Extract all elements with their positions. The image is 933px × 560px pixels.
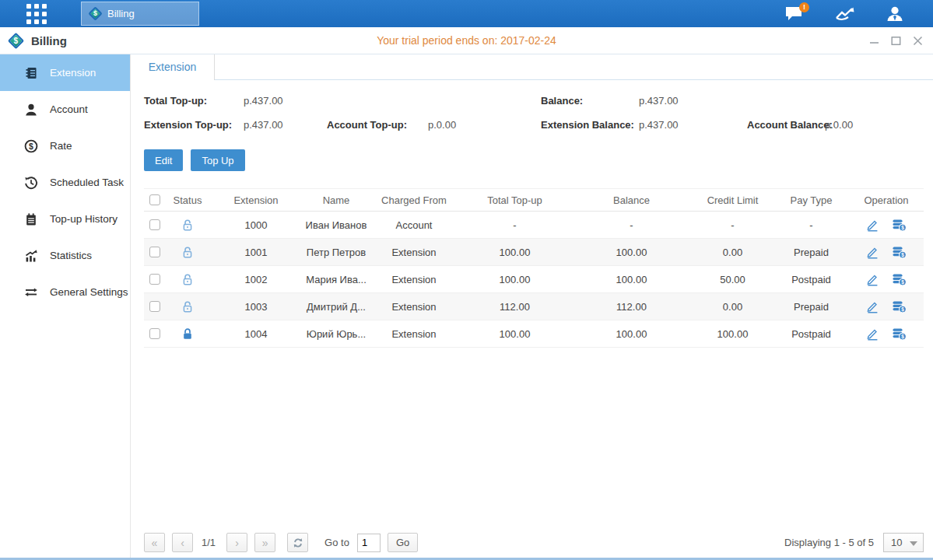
column-header: Total Top-up [458,194,571,206]
svg-text:$: $ [901,334,904,340]
operation-cell: $ [849,327,924,341]
edit-icon [866,219,879,232]
user-account-icon[interactable] [886,6,903,22]
column-header: Extension [209,194,303,206]
sidebar-item-label: Rate [50,140,72,152]
sidebar-item-account[interactable]: Account [0,91,130,128]
minimize-icon[interactable] [868,34,880,47]
total-topup-label: Total Top-up: [144,95,244,107]
status-cell [166,327,209,341]
edit-row-button[interactable] [866,273,879,286]
tab-extension[interactable]: Extension [131,54,215,80]
top-up-row-button[interactable]: $ [892,327,907,341]
balance-cell: 100.00 [571,274,692,285]
refresh-button[interactable] [287,533,308,552]
sidebar-item-extension[interactable]: Extension [0,54,130,91]
charged-from-cell: Account [370,219,458,231]
name-cell: Мария Ива... [303,274,370,285]
goto-page-input[interactable] [357,534,381,552]
prev-page-button[interactable]: ‹ [172,533,193,552]
pay-type-cell: Postpaid [773,274,849,285]
messages-icon[interactable]: ! [785,6,804,22]
row-checkbox-cell [144,247,166,257]
edit-icon [866,273,879,286]
edit-row-button[interactable] [866,219,879,232]
chevron-down-icon [910,541,917,546]
extension-topup-value: p.437.00 [244,119,327,131]
svg-text:$: $ [29,141,33,150]
operation-cell: $ [849,246,924,259]
sidebar-item-general-settings[interactable]: General Settings [0,274,130,310]
table-row[interactable]: 1000Иван ИвановAccount----$ [144,212,924,239]
top-up-row-button[interactable]: $ [892,273,907,286]
edit-icon [866,300,879,313]
status-unlocked-icon [181,300,194,313]
top-up-row-button[interactable]: $ [892,219,907,232]
bar-chart-icon [24,249,38,263]
sidebar-item-label: Extension [50,67,96,79]
trial-notice: Your trial period ends on: 2017-02-24 [377,34,556,47]
table-row[interactable]: 1001Петр ПетровExtension100.00100.000.00… [144,239,924,266]
edit-row-button[interactable] [866,246,879,259]
operation-cell: $ [849,219,924,232]
next-page-button[interactable]: › [226,533,247,552]
table-row[interactable]: 1004Юрий Юрь...Extension100.00100.00100.… [144,320,924,348]
window-title: Billing [31,34,67,47]
sidebar: Extension Account $ Rate Scheduled Task … [0,54,131,560]
sidebar-item-statistics[interactable]: Statistics [0,237,130,274]
status-cell [166,246,209,259]
billing-task-tab[interactable]: $ Billing [81,2,199,26]
last-page-button[interactable]: » [254,533,275,552]
pay-type-cell: Postpaid [773,328,849,340]
extension-balance-label: Extension Balance: [541,119,639,131]
goto-label: Go to [324,537,349,548]
app-grid-icon[interactable] [26,4,47,24]
table-row[interactable]: 1003Дмитрий Д...Extension112.00112.000.0… [144,293,924,320]
row-checkbox[interactable] [149,328,160,339]
resource-monitor-icon[interactable] [835,6,855,22]
balance-cell: 100.00 [571,328,692,340]
extension-balance-value: p.437.00 [639,119,747,131]
maximize-icon[interactable] [889,34,902,47]
edit-row-button[interactable] [866,327,879,341]
row-checkbox[interactable] [149,219,160,230]
close-icon[interactable] [911,34,924,47]
column-header: Status [166,194,209,206]
charged-from-cell: Extension [370,301,458,313]
top-up-icon: $ [892,246,907,259]
first-page-button[interactable]: « [144,533,165,552]
edit-icon [866,246,879,259]
person-icon [24,103,38,117]
row-checkbox[interactable] [149,274,160,285]
top-up-row-button[interactable]: $ [892,300,907,313]
operation-cell: $ [849,273,924,286]
sidebar-item-topup-history[interactable]: Top-up History [0,201,130,237]
column-header: Operation [849,194,924,206]
status-cell [166,273,209,286]
pay-type-cell: - [773,219,849,231]
go-button[interactable]: Go [388,533,418,552]
row-checkbox[interactable] [149,301,160,312]
page-indicator: 1/1 [202,537,216,548]
sidebar-item-label: General Settings [50,286,128,298]
page-size-dropdown[interactable]: 10 [883,533,924,552]
name-cell: Петр Петров [303,247,370,258]
extension-cell: 1001 [209,247,303,258]
status-unlocked-icon [181,273,194,286]
edit-row-button[interactable] [866,300,879,313]
top-up-row-button[interactable]: $ [892,246,907,259]
table-body: 1000Иван ИвановAccount----$1001Петр Петр… [144,212,924,348]
row-checkbox[interactable] [149,247,160,257]
top-up-button[interactable]: Top Up [191,149,244,171]
total-topup-cell: 112.00 [458,301,571,313]
table-row[interactable]: 1002Мария Ива...Extension100.00100.0050.… [144,266,924,293]
select-all-checkbox[interactable] [149,194,160,205]
column-header: Name [303,194,370,206]
credit-limit-cell: 50.00 [692,274,773,285]
sidebar-item-rate[interactable]: $ Rate [0,128,130,164]
sidebar-item-scheduled-task[interactable]: Scheduled Task [0,164,130,201]
balance-cell: - [571,219,692,231]
account-topup-value: p.0.00 [428,119,541,131]
edit-button[interactable]: Edit [144,149,183,171]
account-topup-label: Account Top-up: [327,119,428,131]
